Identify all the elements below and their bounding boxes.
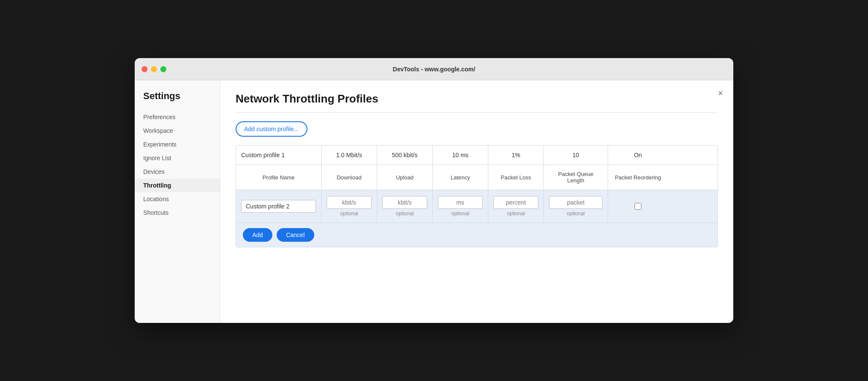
existing-profile-packet-loss: 1% <box>488 146 544 164</box>
existing-profile-upload: 500 kbit/s <box>377 146 433 164</box>
profile-name-input[interactable] <box>241 200 316 213</box>
sidebar: Settings Preferences Workspace Experimen… <box>135 80 220 323</box>
existing-profile-name: Custom profile 1 <box>236 146 322 164</box>
sidebar-item-preferences[interactable]: Preferences <box>135 110 220 124</box>
existing-profile-packet-reordering: On <box>608 146 668 164</box>
header-name: Profile Name <box>236 165 322 190</box>
sidebar-item-shortcuts[interactable]: Shortcuts <box>135 206 220 220</box>
sidebar-item-workspace[interactable]: Workspace <box>135 124 220 138</box>
titlebar-title: DevTools - www.google.com/ <box>393 66 475 73</box>
minimize-window-button[interactable] <box>151 66 157 72</box>
packet-queue-optional-label: optional <box>567 211 585 217</box>
sidebar-item-experiments[interactable]: Experiments <box>135 138 220 151</box>
new-profile-download-cell: optional <box>322 190 377 223</box>
profile-upload-input[interactable] <box>382 196 427 209</box>
packet-reordering-checkbox[interactable] <box>635 203 641 210</box>
close-button[interactable]: × <box>718 89 723 97</box>
packet-loss-optional-label: optional <box>507 211 525 217</box>
header-packet-queue: Packet Queue Length <box>544 165 608 190</box>
profile-latency-input[interactable] <box>438 196 483 209</box>
new-profile-packet-loss-cell: optional <box>488 190 544 223</box>
actions-row: Add Cancel <box>236 223 717 247</box>
sidebar-item-throttling[interactable]: Throttling <box>135 179 220 192</box>
header-upload: Upload <box>377 165 433 190</box>
close-window-button[interactable] <box>142 66 148 72</box>
latency-optional-label: optional <box>451 211 469 217</box>
table-row-new-profile: optional optional optional optional <box>236 190 717 223</box>
sidebar-item-devices[interactable]: Devices <box>135 165 220 179</box>
devtools-window: DevTools - www.google.com/ Settings Pref… <box>135 58 733 323</box>
table-header-row: Profile Name Download Upload Latency Pac… <box>236 165 717 190</box>
sidebar-item-ignore-list[interactable]: Ignore List <box>135 151 220 165</box>
profile-download-input[interactable] <box>327 196 372 209</box>
sidebar-item-locations[interactable]: Locations <box>135 192 220 206</box>
new-profile-upload-cell: optional <box>377 190 433 223</box>
profile-packet-queue-input[interactable] <box>549 196 602 209</box>
upload-optional-label: optional <box>396 211 413 217</box>
existing-profile-download: 1.0 Mbit/s <box>322 146 377 164</box>
new-profile-reordering-cell <box>608 190 668 223</box>
new-profile-name-cell <box>236 190 322 223</box>
cancel-button[interactable]: Cancel <box>277 228 314 242</box>
header-packet-loss: Packet Loss <box>488 165 544 190</box>
table-row-existing: Custom profile 1 1.0 Mbit/s 500 kbit/s 1… <box>236 146 717 165</box>
add-button[interactable]: Add <box>243 228 272 242</box>
profile-packet-loss-input[interactable] <box>493 196 538 209</box>
download-optional-label: optional <box>340 211 358 217</box>
page-title: Network Throttling Profiles <box>236 92 718 106</box>
maximize-window-button[interactable] <box>160 66 166 72</box>
content-area: × Network Throttling Profiles Add custom… <box>220 80 733 323</box>
window-controls <box>142 66 166 72</box>
existing-profile-latency: 10 ms <box>433 146 488 164</box>
add-custom-profile-button[interactable]: Add custom profile... <box>236 121 307 137</box>
header-latency: Latency <box>433 165 488 190</box>
header-packet-reordering: Packet Reordering <box>608 165 668 190</box>
sidebar-heading: Settings <box>135 91 220 110</box>
new-profile-packet-queue-cell: optional <box>544 190 608 223</box>
profiles-table: Custom profile 1 1.0 Mbit/s 500 kbit/s 1… <box>236 145 718 247</box>
main-content: Settings Preferences Workspace Experimen… <box>135 80 733 323</box>
header-download: Download <box>322 165 377 190</box>
existing-profile-packet-queue: 10 <box>544 146 608 164</box>
titlebar: DevTools - www.google.com/ <box>135 58 733 80</box>
divider <box>236 112 718 113</box>
new-profile-latency-cell: optional <box>433 190 488 223</box>
